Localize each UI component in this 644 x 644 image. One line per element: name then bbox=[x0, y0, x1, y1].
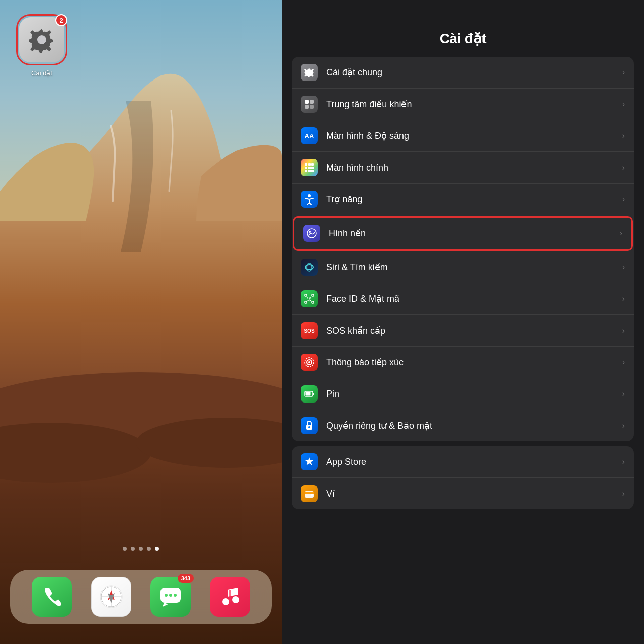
control-center-chevron: › bbox=[622, 100, 625, 109]
general-icon bbox=[301, 64, 318, 81]
settings-row-privacy[interactable]: Quyền riêng tư & Bảo mật › bbox=[292, 410, 634, 441]
svg-rect-22 bbox=[310, 100, 314, 104]
svg-rect-41 bbox=[305, 301, 307, 303]
general-chevron: › bbox=[622, 68, 625, 77]
faceid-label: Face ID & Mật mã bbox=[326, 293, 618, 304]
settings-row-siri[interactable]: Siri & Tìm kiếm › bbox=[292, 252, 634, 283]
contact-tracing-chevron: › bbox=[622, 358, 625, 367]
settings-row-accessibility[interactable]: Trợ năng › bbox=[292, 184, 634, 215]
display-icon: AA bbox=[301, 127, 318, 144]
wallpaper-icon bbox=[303, 225, 320, 242]
settings-row-control-center[interactable]: Trung tâm điều khiển › bbox=[292, 89, 634, 120]
svg-point-6 bbox=[37, 35, 46, 44]
selected-app-border: 2 bbox=[16, 14, 67, 65]
svg-rect-23 bbox=[305, 105, 309, 109]
svg-rect-28 bbox=[305, 167, 307, 169]
display-label: Màn hình & Độ sáng bbox=[326, 130, 618, 141]
home-screen-icon bbox=[301, 159, 318, 176]
accessibility-icon bbox=[301, 191, 318, 208]
sos-label: SOS khẩn cấp bbox=[326, 325, 618, 336]
settings-group-2: App Store › Ví › bbox=[292, 446, 634, 509]
battery-icon bbox=[301, 385, 318, 403]
safari-svg bbox=[99, 584, 124, 609]
svg-point-15 bbox=[169, 594, 172, 597]
svg-rect-50 bbox=[313, 393, 314, 395]
svg-rect-21 bbox=[305, 100, 309, 104]
svg-rect-30 bbox=[311, 167, 314, 169]
wallet-chevron: › bbox=[622, 489, 625, 498]
svg-rect-39 bbox=[305, 294, 307, 296]
svg-rect-24 bbox=[310, 105, 314, 109]
settings-row-faceid[interactable]: Face ID & Mật mã › bbox=[292, 283, 634, 315]
settings-row-battery[interactable]: Pin › bbox=[292, 378, 634, 410]
svg-rect-42 bbox=[312, 301, 314, 303]
svg-rect-56 bbox=[311, 494, 313, 496]
svg-point-14 bbox=[165, 594, 168, 597]
page-dots bbox=[123, 547, 159, 551]
settings-row-sos[interactable]: SOS SOS khẩn cấp › bbox=[292, 315, 634, 347]
messages-badge: 343 bbox=[178, 574, 194, 583]
dock-music-icon[interactable] bbox=[210, 577, 250, 617]
settings-row-wallpaper[interactable]: Hình nền › bbox=[293, 216, 633, 251]
accessibility-label: Trợ năng bbox=[326, 194, 618, 205]
svg-rect-55 bbox=[305, 492, 314, 494]
svg-rect-19 bbox=[229, 590, 231, 602]
svg-point-48 bbox=[308, 361, 310, 363]
appstore-label: App Store bbox=[326, 457, 618, 467]
page-dot-2[interactable] bbox=[131, 547, 135, 551]
wallet-label: Ví bbox=[326, 489, 618, 499]
svg-point-16 bbox=[174, 594, 177, 597]
dock-safari-icon[interactable] bbox=[91, 577, 131, 617]
page-dot-4[interactable] bbox=[147, 547, 151, 551]
settings-header: Cài đặt bbox=[282, 0, 644, 57]
page-dot-1[interactable] bbox=[123, 547, 127, 551]
dock-phone-icon[interactable] bbox=[32, 577, 72, 617]
wallpaper-label: Hình nền bbox=[329, 228, 616, 239]
control-center-label: Trung tâm điều khiển bbox=[326, 99, 618, 110]
dock-messages-icon[interactable]: 343 bbox=[150, 577, 191, 617]
battery-label: Pin bbox=[326, 389, 618, 399]
page-dot-3[interactable] bbox=[139, 547, 143, 551]
settings-group-1: Cài đặt chung › Trung tâm điều khiển › bbox=[292, 57, 634, 441]
svg-rect-27 bbox=[311, 163, 314, 166]
settings-row-general[interactable]: Cài đặt chung › bbox=[292, 57, 634, 89]
settings-app-icon: 2 bbox=[19, 17, 64, 62]
svg-rect-29 bbox=[308, 167, 311, 169]
settings-app-label: Cài đặt bbox=[14, 69, 69, 77]
right-panel: Cài đặt Cài đặt chung › bbox=[282, 0, 644, 644]
settings-row-display[interactable]: AA Màn hình & Độ sáng › bbox=[292, 120, 634, 152]
svg-point-35 bbox=[307, 229, 316, 238]
settings-row-home-screen[interactable]: Màn hình chính › bbox=[292, 152, 634, 184]
svg-point-18 bbox=[232, 596, 239, 603]
contact-tracing-icon bbox=[301, 354, 318, 371]
settings-badge: 2 bbox=[55, 14, 67, 26]
left-panel: 2 Cài đặt bbox=[0, 0, 282, 644]
music-svg bbox=[219, 586, 241, 608]
svg-rect-26 bbox=[308, 163, 311, 166]
settings-row-appstore[interactable]: App Store › bbox=[292, 446, 634, 478]
svg-rect-33 bbox=[311, 170, 314, 172]
svg-rect-31 bbox=[305, 170, 307, 172]
siri-chevron: › bbox=[622, 263, 625, 272]
settings-row-wallet[interactable]: Ví › bbox=[292, 478, 634, 509]
svg-rect-32 bbox=[308, 170, 311, 172]
svg-rect-51 bbox=[306, 392, 311, 396]
sos-chevron: › bbox=[622, 326, 625, 335]
dock: 343 bbox=[10, 570, 272, 624]
settings-row-contact-tracing[interactable]: Thông báo tiếp xúc › bbox=[292, 347, 634, 378]
svg-point-36 bbox=[309, 231, 311, 233]
privacy-label: Quyền riêng tư & Bảo mật bbox=[326, 420, 618, 431]
control-center-icon bbox=[301, 96, 318, 113]
faceid-chevron: › bbox=[622, 294, 625, 303]
home-screen-chevron: › bbox=[622, 163, 625, 172]
svg-rect-40 bbox=[312, 294, 314, 296]
accessibility-chevron: › bbox=[622, 195, 625, 204]
appstore-chevron: › bbox=[622, 457, 625, 466]
settings-app-container[interactable]: 2 Cài đặt bbox=[14, 14, 69, 77]
gear-icon bbox=[28, 26, 56, 54]
messages-svg bbox=[159, 585, 182, 608]
privacy-icon bbox=[301, 417, 318, 434]
page-dot-5[interactable] bbox=[155, 547, 159, 551]
wallpaper-chevron: › bbox=[620, 229, 622, 238]
siri-label: Siri & Tìm kiếm bbox=[326, 262, 618, 273]
